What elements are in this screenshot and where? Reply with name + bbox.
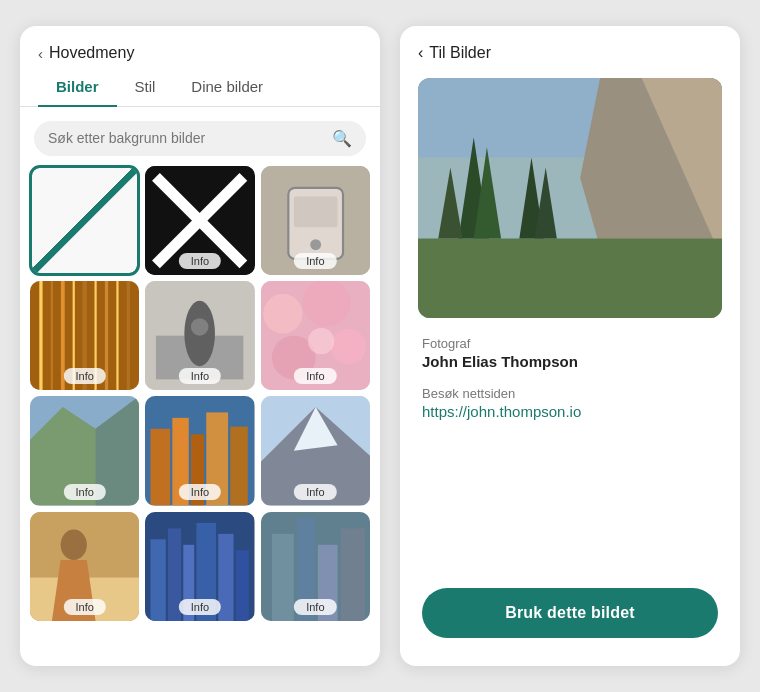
main-image bbox=[418, 78, 722, 318]
svg-point-26 bbox=[331, 329, 366, 364]
image-grid: Info Info bbox=[20, 166, 380, 621]
info-label-3: Info bbox=[294, 253, 336, 269]
search-input[interactable] bbox=[48, 130, 324, 146]
svg-rect-37 bbox=[231, 427, 248, 506]
grid-item-5[interactable]: Info bbox=[145, 281, 254, 390]
grid-item-1[interactable] bbox=[30, 166, 139, 275]
svg-point-22 bbox=[191, 318, 208, 335]
grid-item-11[interactable]: Info bbox=[145, 512, 254, 621]
grid-item-3[interactable]: Info bbox=[261, 166, 370, 275]
grid-item-6[interactable]: Info bbox=[261, 281, 370, 390]
svg-point-43 bbox=[61, 529, 87, 560]
svg-line-1 bbox=[32, 168, 137, 273]
svg-rect-46 bbox=[151, 539, 166, 621]
info-label-10: Info bbox=[63, 599, 105, 615]
chevron-left-icon-right: ‹ bbox=[418, 44, 423, 62]
svg-rect-53 bbox=[272, 533, 294, 620]
screen-container: ‹ Hovedmeny Bilder Stil Dine bilder 🔍 bbox=[20, 26, 740, 666]
svg-rect-7 bbox=[293, 196, 337, 227]
info-label-2: Info bbox=[179, 253, 221, 269]
info-label-12: Info bbox=[294, 599, 336, 615]
svg-point-24 bbox=[263, 294, 302, 333]
use-button[interactable]: Bruk dette bildet bbox=[422, 588, 718, 638]
photographer-name: John Elias Thompson bbox=[422, 353, 718, 370]
back-nav-left[interactable]: ‹ Hovedmeny bbox=[20, 26, 380, 70]
info-label-9: Info bbox=[294, 484, 336, 500]
grid-item-12[interactable]: Info bbox=[261, 512, 370, 621]
svg-rect-33 bbox=[151, 429, 171, 506]
grid-item-10[interactable]: Info bbox=[30, 512, 139, 621]
right-panel: ‹ Til Bilder bbox=[400, 26, 740, 666]
tabs-bar: Bilder Stil Dine bilder bbox=[20, 70, 380, 107]
info-label-7: Info bbox=[63, 484, 105, 500]
svg-rect-61 bbox=[418, 239, 722, 318]
grid-item-9[interactable]: Info bbox=[261, 396, 370, 505]
svg-rect-0 bbox=[32, 168, 137, 273]
grid-item-7[interactable]: Info bbox=[30, 396, 139, 505]
svg-rect-50 bbox=[219, 533, 234, 620]
tab-stil[interactable]: Stil bbox=[117, 70, 174, 107]
grid-item-4[interactable]: Info bbox=[30, 281, 139, 390]
tab-dine-bilder[interactable]: Dine bilder bbox=[173, 70, 281, 107]
info-label-11: Info bbox=[179, 599, 221, 615]
chevron-left-icon: ‹ bbox=[38, 45, 43, 62]
svg-point-25 bbox=[302, 281, 350, 327]
svg-point-28 bbox=[308, 328, 334, 354]
search-icon: 🔍 bbox=[332, 129, 352, 148]
back-nav-right[interactable]: ‹ Til Bilder bbox=[400, 26, 740, 70]
photo-info: Fotograf John Elias Thompson Besøk netts… bbox=[400, 318, 740, 568]
grid-item-8[interactable]: Info bbox=[145, 396, 254, 505]
search-bar[interactable]: 🔍 bbox=[34, 121, 366, 156]
website-url[interactable]: https://john.thompson.io bbox=[422, 403, 718, 420]
info-label-4: Info bbox=[63, 368, 105, 384]
info-label-8: Info bbox=[179, 484, 221, 500]
svg-point-8 bbox=[310, 239, 321, 250]
grid-item-2[interactable]: Info bbox=[145, 166, 254, 275]
info-label-5: Info bbox=[179, 368, 221, 384]
website-label: Besøk nettsiden bbox=[422, 386, 718, 401]
back-label-left: Hovedmeny bbox=[49, 44, 134, 62]
back-label-right: Til Bilder bbox=[429, 44, 491, 62]
svg-rect-51 bbox=[236, 550, 249, 621]
left-panel: ‹ Hovedmeny Bilder Stil Dine bilder 🔍 bbox=[20, 26, 380, 666]
svg-rect-56 bbox=[340, 528, 364, 621]
tab-bilder[interactable]: Bilder bbox=[38, 70, 117, 107]
photographer-label: Fotograf bbox=[422, 336, 718, 351]
info-label-6: Info bbox=[294, 368, 336, 384]
